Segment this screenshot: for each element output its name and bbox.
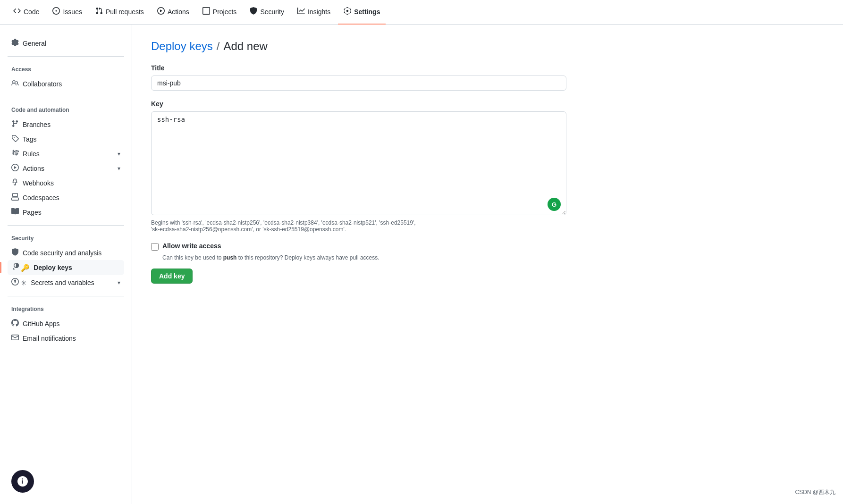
key-icon: 🔑 — [11, 263, 30, 272]
sidebar-secrets-label: Secrets and variables — [31, 279, 94, 286]
sidebar-item-codespaces[interactable]: Codespaces — [8, 190, 124, 205]
breadcrumb-link[interactable]: Deploy keys — [151, 40, 213, 53]
tag-icon — [11, 134, 19, 143]
access-section-label: Access — [8, 66, 124, 73]
main-layout: General Access Collaborators Code and au… — [0, 25, 843, 504]
allow-write-label: Allow write access — [162, 242, 221, 250]
rules-chevron-icon: ▾ — [118, 151, 120, 157]
pull-requests-icon — [95, 7, 103, 16]
secrets-icon: ✳ — [11, 278, 27, 287]
security-section-label: Security — [8, 235, 124, 242]
person-icon — [11, 79, 19, 88]
nav-issues[interactable]: Issues — [47, 0, 87, 25]
allow-write-description: Can this key be used to push to this rep… — [162, 254, 566, 261]
sidebar-item-code-security[interactable]: Code security and analysis — [8, 245, 124, 260]
nav-projects-label: Projects — [213, 8, 237, 16]
codespaces-icon — [11, 193, 19, 202]
nav-insights-label: Insights — [308, 8, 330, 16]
secrets-chevron-icon: ▾ — [118, 279, 120, 286]
sidebar-item-webhooks[interactable]: Webhooks — [8, 176, 124, 190]
sidebar-pages-label: Pages — [23, 209, 42, 216]
breadcrumb-separator: / — [217, 40, 220, 53]
sidebar-item-secrets[interactable]: ✳ Secrets and variables ▾ — [8, 275, 124, 290]
sidebar-item-rules[interactable]: Rules ▾ — [8, 146, 124, 161]
rules-icon — [11, 149, 19, 158]
nav-code[interactable]: Code — [8, 0, 45, 25]
top-navigation: Code Issues Pull requests Actions Projec… — [0, 0, 843, 25]
code-icon — [13, 7, 21, 16]
sidebar-divider-1 — [8, 56, 124, 57]
sidebar-item-deploy-keys[interactable]: 🔑 Deploy keys — [8, 260, 124, 275]
security-icon — [250, 7, 257, 16]
sidebar-codespaces-label: Codespaces — [23, 194, 59, 202]
key-textarea[interactable]: ssh-rsa — [151, 111, 566, 215]
integrations-section-label: Integrations — [8, 306, 124, 312]
breadcrumb: Deploy keys / Add new — [151, 40, 566, 53]
code-automation-section-label: Code and automation — [8, 107, 124, 113]
allow-write-checkbox[interactable] — [151, 243, 159, 251]
sidebar-item-general[interactable]: General — [8, 36, 124, 50]
nav-settings-label: Settings — [354, 8, 380, 16]
insights-icon — [297, 7, 305, 16]
nav-insights[interactable]: Insights — [292, 0, 336, 25]
fab-button[interactable] — [11, 470, 34, 493]
pages-icon — [11, 208, 19, 217]
title-group: Title — [151, 64, 566, 91]
key-hint: Begins with 'ssh-rsa', 'ecdsa-sha2-nistp… — [151, 219, 566, 233]
sidebar-general-label: General — [23, 40, 46, 47]
watermark: CSDN @西木九 — [795, 488, 835, 496]
sidebar-branches-label: Branches — [23, 121, 51, 128]
branch-icon — [11, 120, 19, 129]
add-key-button[interactable]: Add key — [151, 269, 193, 284]
sidebar-tags-label: Tags — [23, 135, 37, 143]
nav-projects[interactable]: Projects — [197, 0, 243, 25]
key-group: Key ssh-rsa G Begins with 'ssh-rsa', 'ec… — [151, 100, 566, 233]
sidebar-email-label: Email notifications — [23, 335, 76, 342]
actions-icon — [157, 7, 165, 16]
sidebar-item-github-apps[interactable]: GitHub Apps — [8, 316, 124, 331]
sidebar-divider-4 — [8, 296, 124, 296]
title-input[interactable] — [151, 76, 566, 91]
sidebar-collaborators-label: Collaborators — [23, 80, 62, 88]
allow-write-row: Allow write access — [151, 242, 566, 251]
email-icon — [11, 334, 19, 343]
key-container: ssh-rsa G — [151, 111, 566, 217]
nav-settings[interactable]: Settings — [338, 0, 386, 25]
projects-icon — [202, 7, 210, 16]
sidebar-github-apps-label: GitHub Apps — [23, 320, 60, 328]
gear-icon — [11, 39, 19, 48]
allow-write-group: Allow write access Can this key be used … — [151, 242, 566, 261]
webhooks-icon — [11, 178, 19, 187]
settings-icon — [344, 7, 351, 16]
nav-code-label: Code — [24, 8, 39, 16]
issues-icon — [52, 7, 60, 16]
sidebar-divider-3 — [8, 225, 124, 226]
actions-sidebar-icon — [11, 164, 19, 173]
nav-issues-label: Issues — [63, 8, 82, 16]
sidebar-divider-2 — [8, 97, 124, 97]
sidebar: General Access Collaborators Code and au… — [0, 25, 132, 504]
sidebar-webhooks-label: Webhooks — [23, 179, 54, 187]
nav-security[interactable]: Security — [244, 0, 290, 25]
sidebar-rules-label: Rules — [23, 150, 40, 158]
breadcrumb-current: Add new — [223, 40, 267, 53]
nav-security-label: Security — [260, 8, 284, 16]
nav-actions[interactable]: Actions — [152, 0, 195, 25]
sidebar-item-actions[interactable]: Actions ▾ — [8, 161, 124, 176]
sidebar-item-pages[interactable]: Pages — [8, 205, 124, 219]
title-label: Title — [151, 64, 566, 72]
nav-actions-label: Actions — [168, 8, 189, 16]
key-label: Key — [151, 100, 566, 108]
actions-chevron-icon: ▾ — [118, 165, 120, 172]
sidebar-item-branches[interactable]: Branches — [8, 117, 124, 132]
sidebar-deploy-keys-label: Deploy keys — [34, 264, 72, 271]
main-content: Deploy keys / Add new Title Key ssh-rsa … — [132, 25, 585, 504]
sidebar-item-email-notifications[interactable]: Email notifications — [8, 331, 124, 345]
sidebar-code-security-label: Code security and analysis — [23, 249, 101, 257]
code-security-icon — [11, 248, 19, 257]
nav-pullrequests-label: Pull requests — [106, 8, 144, 16]
sidebar-item-tags[interactable]: Tags — [8, 132, 124, 146]
sidebar-item-collaborators[interactable]: Collaborators — [8, 76, 124, 91]
nav-pull-requests[interactable]: Pull requests — [90, 0, 150, 25]
github-apps-icon — [11, 319, 19, 328]
